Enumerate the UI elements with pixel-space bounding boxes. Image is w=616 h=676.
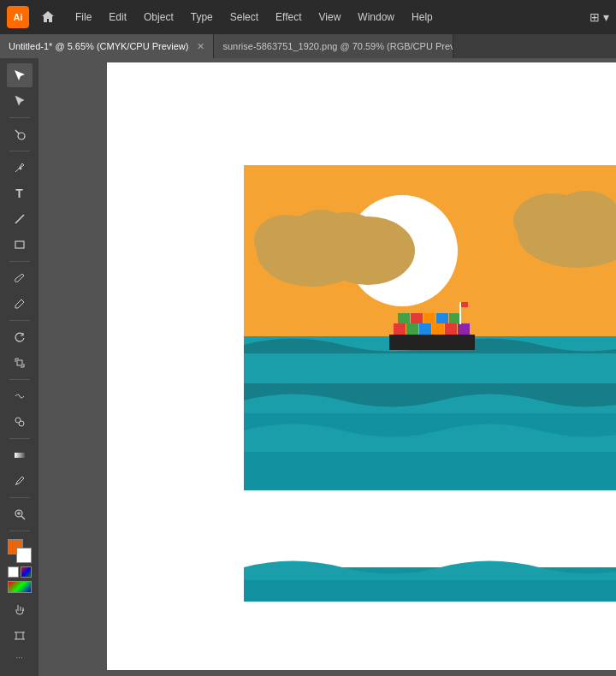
color-modes — [8, 566, 32, 578]
main-area: T — [0, 58, 616, 676]
svg-rect-8 — [15, 453, 25, 458]
none-icon[interactable] — [8, 566, 19, 578]
menu-type[interactable]: Type — [184, 8, 220, 27]
svg-rect-36 — [389, 335, 475, 350]
svg-line-9 — [15, 483, 17, 485]
color-boxes[interactable] — [8, 539, 32, 563]
tool-zoom[interactable] — [7, 502, 33, 526]
svg-rect-5 — [17, 360, 22, 365]
tool-rotate[interactable] — [7, 325, 33, 349]
svg-point-28 — [312, 212, 381, 264]
tool-scale[interactable] — [7, 351, 33, 375]
svg-line-11 — [21, 516, 25, 519]
svg-rect-40 — [432, 323, 444, 335]
color-gradient-strip[interactable] — [8, 581, 32, 593]
more-tools[interactable]: ··· — [15, 653, 22, 662]
svg-rect-37 — [394, 323, 406, 335]
menu-select[interactable]: Select — [223, 8, 265, 27]
gradient-icon[interactable] — [21, 566, 32, 578]
bottom-wave-strip — [244, 550, 616, 602]
main-illustration — [244, 165, 616, 490]
tool-direct-select[interactable] — [7, 89, 33, 113]
toolbar: T — [0, 58, 38, 676]
menu-bar: Ai File Edit Object Type Select Effect V… — [0, 0, 616, 34]
svg-line-3 — [15, 215, 24, 223]
svg-point-0 — [18, 133, 25, 139]
svg-rect-43 — [398, 313, 410, 323]
ai-logo: Ai — [7, 6, 29, 28]
menu-object[interactable]: Object — [137, 8, 181, 27]
menu-edit[interactable]: Edit — [102, 8, 133, 27]
home-button[interactable] — [38, 7, 58, 27]
tool-pen[interactable] — [7, 156, 33, 180]
tool-eyedropper[interactable] — [7, 469, 33, 493]
stroke-color[interactable] — [16, 548, 32, 563]
svg-rect-44 — [411, 313, 423, 323]
svg-rect-38 — [406, 323, 418, 335]
menu-effect[interactable]: Effect — [269, 8, 308, 27]
tab-sunrise[interactable]: sunrise-5863751_1920.png @ 70.59% (RGB/C… — [214, 34, 453, 58]
artboard — [107, 62, 616, 670]
svg-rect-48 — [459, 302, 461, 324]
tool-shape-builder[interactable] — [7, 410, 33, 434]
svg-rect-39 — [419, 323, 431, 335]
svg-point-2 — [20, 168, 21, 169]
workspace-switcher[interactable]: ⊞ ▾ — [589, 10, 609, 24]
tool-rect[interactable] — [7, 233, 33, 257]
tool-brush[interactable] — [7, 266, 33, 290]
tool-select[interactable] — [7, 63, 33, 87]
tool-gradient[interactable] — [7, 443, 33, 467]
svg-rect-49 — [461, 302, 468, 307]
svg-rect-4 — [15, 241, 24, 248]
tool-pencil[interactable] — [7, 292, 33, 316]
tool-type[interactable]: T — [7, 181, 33, 205]
svg-rect-42 — [458, 323, 470, 335]
tab-untitled[interactable]: Untitled-1* @ 5.65% (CMYK/CPU Preview) ✕ — [0, 34, 214, 58]
svg-rect-47 — [449, 313, 461, 323]
menu-file[interactable]: File — [68, 8, 98, 27]
svg-point-7 — [19, 421, 24, 426]
svg-rect-45 — [424, 313, 435, 323]
canvas-area[interactable] — [38, 58, 616, 676]
tool-magic-wand[interactable] — [7, 122, 33, 146]
menu-view[interactable]: View — [312, 8, 348, 27]
tool-hand[interactable] — [7, 598, 33, 622]
svg-rect-41 — [445, 323, 457, 335]
svg-rect-14 — [16, 632, 23, 639]
menu-help[interactable]: Help — [405, 8, 440, 27]
svg-rect-46 — [436, 313, 448, 323]
tool-line[interactable] — [7, 207, 33, 231]
tab-bar: Untitled-1* @ 5.65% (CMYK/CPU Preview) ✕… — [0, 34, 616, 58]
tool-warp[interactable] — [7, 384, 33, 408]
tool-artboard[interactable] — [7, 624, 33, 648]
tab-close-untitled[interactable]: ✕ — [197, 41, 204, 52]
svg-line-1 — [15, 130, 19, 133]
menu-window[interactable]: Window — [351, 8, 401, 27]
